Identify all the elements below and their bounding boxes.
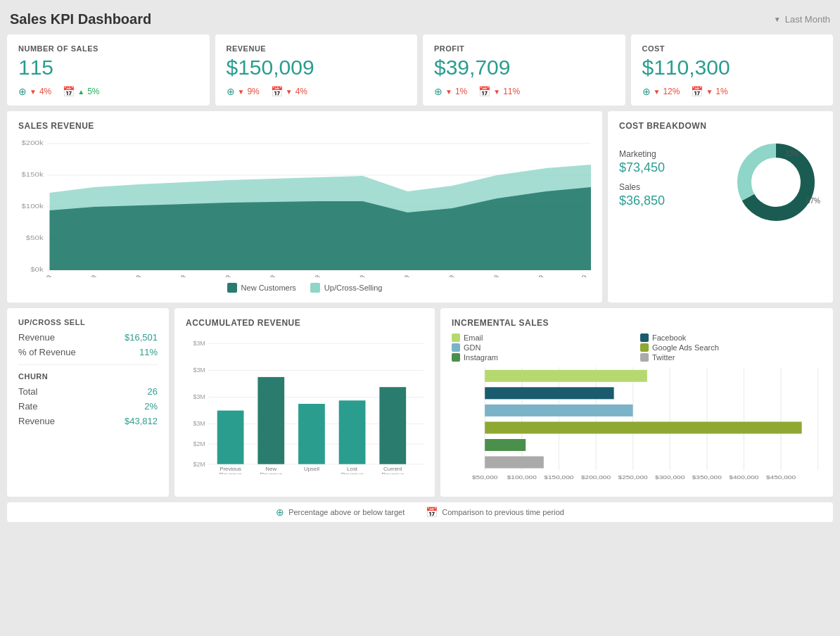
- svg-text:August 2018: August 2018: [333, 274, 367, 277]
- donut-chart: 33% 67%: [730, 136, 822, 228]
- svg-rect-46: [379, 387, 406, 464]
- sales-revenue-title: SALES REVENUE: [18, 121, 591, 131]
- target-icon: ⊕: [434, 86, 443, 97]
- arrow-down-icon: ▼: [445, 88, 452, 96]
- cost-breakdown-area: Marketing $73,450 Sales $36,850: [619, 136, 822, 228]
- svg-text:$3M: $3M: [193, 394, 205, 401]
- svg-text:$3M: $3M: [193, 340, 205, 347]
- svg-text:$3M: $3M: [193, 367, 205, 374]
- legend-email: Email: [452, 333, 633, 342]
- svg-text:Revenue: Revenue: [219, 471, 242, 474]
- cost-breakdown-labels: Marketing $73,450 Sales $36,850: [619, 149, 723, 215]
- svg-text:May 2018: May 2018: [205, 274, 232, 277]
- legend-label-instagram: Instagram: [464, 353, 498, 362]
- target-icon: ⊕: [18, 86, 27, 97]
- filter-control[interactable]: ▼ Last Month: [774, 14, 830, 25]
- svg-text:$150,000: $150,000: [544, 474, 573, 480]
- legend-label-gdn: GDN: [464, 343, 481, 352]
- kpi-metric-target-cost: ⊕ ▼ 12%: [642, 86, 680, 97]
- divider: [18, 364, 158, 365]
- header: Sales KPI Dashboard ▼ Last Month: [7, 7, 833, 34]
- churn-title: CHURN: [18, 372, 158, 381]
- svg-rect-43: [257, 377, 284, 464]
- legend-box-google-ads: [640, 343, 649, 352]
- cost-name-marketing: Marketing: [619, 149, 723, 159]
- kpi-metric-cal-value-profit: 11%: [503, 87, 520, 96]
- svg-text:$2M: $2M: [193, 440, 205, 447]
- legend-upcross: Up/Cross-Selling: [310, 283, 383, 293]
- kpi-metric-target-sales: ⊕ ▼ 4%: [18, 86, 51, 97]
- kpi-metric-cal-value-sales: 5%: [87, 87, 99, 96]
- footer-calendar-label: Comparison to previous time period: [442, 508, 564, 516]
- cost-label-sales: Sales $36,850: [619, 182, 723, 208]
- svg-rect-45: [339, 400, 366, 464]
- kpi-card-cost: COST $110,300 ⊕ ▼ 12% 📅 ▼ 1%: [631, 34, 834, 106]
- svg-rect-67: [485, 387, 613, 399]
- kpi-metric-target-value-cost: 12%: [663, 87, 680, 96]
- kpi-label-cost: COST: [642, 44, 822, 53]
- arrow-down-icon: ▼: [286, 88, 293, 96]
- sell-row-pct: % of Revenue 11%: [18, 347, 158, 357]
- calendar-icon: 📅: [426, 507, 438, 518]
- legend-box-new-customers: [227, 283, 237, 293]
- svg-text:January 2018: January 2018: [18, 274, 53, 277]
- svg-text:$250,000: $250,000: [618, 474, 648, 480]
- calendar-icon: 📅: [271, 86, 283, 97]
- churn-label-revenue: Revenue: [18, 416, 55, 426]
- svg-text:April 2018: April 2018: [159, 274, 187, 277]
- svg-text:July 2018: July 2018: [295, 274, 322, 277]
- svg-text:Revenue: Revenue: [381, 471, 404, 474]
- legend-label-google-ads: Google Ads Search: [652, 343, 719, 352]
- churn-row-rate: Rate 2%: [18, 401, 158, 412]
- sales-revenue-legend: New Customers Up/Cross-Selling: [18, 283, 591, 293]
- kpi-label-revenue: REVENUE: [227, 44, 407, 53]
- legend-twitter: Twitter: [640, 353, 822, 362]
- legend-label-upcross: Up/Cross-Selling: [324, 284, 383, 292]
- legend-gdn: GDN: [452, 343, 633, 352]
- target-icon: ⊕: [276, 507, 284, 518]
- calendar-icon: 📅: [63, 86, 75, 97]
- cost-value-marketing: $73,450: [619, 160, 723, 175]
- svg-text:$400,000: $400,000: [729, 474, 758, 480]
- svg-text:$200k: $200k: [21, 139, 44, 146]
- svg-rect-69: [485, 421, 801, 433]
- svg-text:November 2018: November 2018: [459, 274, 501, 277]
- svg-text:October 2018: October 2018: [420, 274, 456, 277]
- kpi-metric-cal-value-cost: 1%: [715, 87, 727, 96]
- page-title: Sales KPI Dashboard: [10, 11, 151, 27]
- legend-box-instagram: [452, 353, 460, 362]
- kpi-metric-target-value-revenue: 9%: [247, 87, 259, 96]
- svg-rect-70: [485, 439, 526, 451]
- footer-target-legend: ⊕ Percentage above or below target: [276, 507, 405, 518]
- accumulated-revenue-card: ACCUMULATED REVENUE $3M $3M $3M $3M $2M …: [174, 308, 435, 497]
- incremental-sales-chart: $50,000 $100,000 $150,000 $200,000 $250,…: [452, 367, 822, 487]
- footer-calendar-legend: 📅 Comparison to previous time period: [426, 507, 564, 518]
- svg-text:Revenue: Revenue: [260, 471, 282, 474]
- bottom-row: UP/CROSS SELL Revenue $16,501 % of Reven…: [7, 308, 833, 497]
- legend-label-facebook: Facebook: [652, 333, 686, 342]
- kpi-metric-cal-profit: 📅 ▼ 11%: [478, 86, 520, 97]
- svg-text:Upsell: Upsell: [304, 466, 319, 472]
- sell-label-revenue: Revenue: [18, 332, 55, 343]
- sell-value-revenue: $16,501: [125, 332, 158, 343]
- accumulated-revenue-title: ACCUMULATED REVENUE: [186, 318, 424, 328]
- footer: ⊕ Percentage above or below target 📅 Com…: [7, 502, 833, 522]
- filter-arrow-icon: ▼: [774, 15, 781, 23]
- legend-label-email: Email: [464, 333, 483, 342]
- svg-text:September 2018: September 2018: [369, 274, 412, 277]
- churn-row-total: Total 26: [18, 386, 158, 397]
- svg-text:$100k: $100k: [21, 203, 44, 210]
- kpi-card-revenue: REVENUE $150,009 ⊕ ▼ 9% 📅 ▼ 4%: [215, 34, 418, 106]
- sell-churn-card: UP/CROSS SELL Revenue $16,501 % of Reven…: [7, 308, 169, 497]
- kpi-card-profit: PROFIT $39,709 ⊕ ▼ 1% 📅 ▼ 11%: [423, 34, 625, 106]
- svg-text:$50,000: $50,000: [472, 474, 498, 480]
- legend-box-twitter: [640, 353, 649, 362]
- filter-label: Last Month: [785, 14, 830, 25]
- kpi-label-sales: NUMBER OF SALES: [18, 44, 198, 53]
- svg-text:67%: 67%: [806, 197, 820, 205]
- svg-text:$50k: $50k: [26, 234, 44, 241]
- kpi-metrics-sales: ⊕ ▼ 4% 📅 ▲ 5%: [18, 86, 198, 97]
- svg-text:$2M: $2M: [193, 461, 205, 468]
- mid-row: SALES REVENUE $200k $150k $100k $50k $0k: [7, 111, 833, 303]
- kpi-metric-target-profit: ⊕ ▼ 1%: [434, 86, 467, 97]
